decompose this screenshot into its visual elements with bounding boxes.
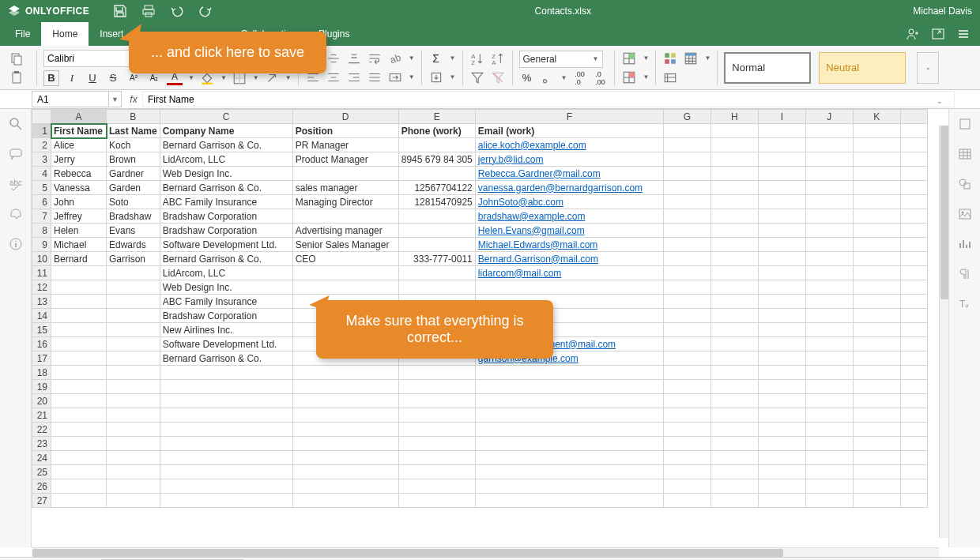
- cell[interactable]: [900, 380, 927, 394]
- chevron-down-icon[interactable]: ▼: [409, 54, 415, 62]
- cell[interactable]: [900, 451, 927, 465]
- cell[interactable]: Product Manager: [292, 152, 398, 167]
- cell[interactable]: [900, 252, 927, 266]
- cell[interactable]: Edwards: [107, 238, 160, 252]
- menu-file[interactable]: File: [4, 22, 41, 46]
- cell[interactable]: Rebecca.Gardner@mail.com: [475, 167, 663, 181]
- filter-icon[interactable]: [469, 70, 485, 85]
- formula-expand-icon[interactable]: ⌄: [933, 93, 946, 109]
- cell[interactable]: [758, 138, 805, 152]
- cell[interactable]: [758, 195, 805, 209]
- cell[interactable]: [710, 394, 758, 408]
- cell[interactable]: [398, 479, 475, 494]
- cell[interactable]: [292, 266, 398, 280]
- align-middle-icon[interactable]: [326, 51, 341, 66]
- cell[interactable]: [900, 152, 927, 167]
- cell[interactable]: [160, 408, 292, 423]
- cell[interactable]: [292, 423, 398, 437]
- cell[interactable]: [51, 309, 107, 323]
- cell[interactable]: [51, 351, 107, 366]
- cell[interactable]: [710, 167, 758, 181]
- cell-style-normal[interactable]: Normal: [724, 52, 811, 84]
- cell[interactable]: Helen: [51, 224, 107, 238]
- cell[interactable]: Email (work): [475, 124, 663, 138]
- align-justify-icon[interactable]: [367, 70, 383, 85]
- row-header[interactable]: 3: [32, 152, 51, 167]
- cell[interactable]: [758, 280, 805, 295]
- cell[interactable]: [805, 280, 853, 295]
- cell[interactable]: Evans: [107, 224, 160, 238]
- row-header[interactable]: 8: [32, 224, 51, 238]
- cell[interactable]: [663, 366, 710, 380]
- cell[interactable]: [758, 465, 805, 479]
- cell[interactable]: [107, 423, 160, 437]
- cell[interactable]: 12567704122: [398, 181, 475, 195]
- row-header[interactable]: 24: [32, 451, 51, 465]
- cell[interactable]: [710, 195, 758, 209]
- paste-icon[interactable]: [9, 70, 24, 85]
- cell[interactable]: Michael: [51, 238, 107, 252]
- print-icon[interactable]: [141, 4, 156, 18]
- accounting-icon[interactable]: ه: [540, 71, 556, 85]
- col-header[interactable]: A: [51, 110, 107, 124]
- cell[interactable]: [805, 167, 853, 181]
- cell[interactable]: [107, 465, 160, 479]
- cell[interactable]: [853, 138, 900, 152]
- row-header[interactable]: 17: [32, 351, 51, 366]
- menu-home[interactable]: Home: [41, 22, 89, 46]
- cell[interactable]: [475, 408, 663, 423]
- table-settings-icon[interactable]: [958, 147, 972, 161]
- cell[interactable]: Rebecca: [51, 167, 107, 181]
- cell[interactable]: [900, 209, 927, 224]
- redo-icon[interactable]: [198, 4, 213, 18]
- cell[interactable]: [805, 309, 853, 323]
- cell[interactable]: PR Manager: [292, 138, 398, 152]
- email-link[interactable]: Rebecca.Gardner@mail.com: [478, 168, 601, 179]
- chevron-down-icon[interactable]: ▼: [188, 74, 194, 81]
- underline-button[interactable]: U: [85, 71, 100, 85]
- cell-reference-input[interactable]: [32, 91, 109, 107]
- cell[interactable]: [900, 280, 927, 295]
- merge-cells-icon[interactable]: [387, 70, 403, 85]
- cell[interactable]: [710, 209, 758, 224]
- cell[interactable]: [805, 479, 853, 494]
- cell[interactable]: [475, 451, 663, 465]
- cell[interactable]: [710, 295, 758, 309]
- cell[interactable]: [292, 465, 398, 479]
- cell[interactable]: ABC Family Insurance: [160, 295, 292, 309]
- email-link[interactable]: Bernard.Garrison@mail.com: [478, 254, 598, 265]
- cell[interactable]: [758, 451, 805, 465]
- cell[interactable]: [398, 380, 475, 394]
- cell[interactable]: [107, 366, 160, 380]
- cell[interactable]: [663, 295, 710, 309]
- conditional-format-icon[interactable]: [662, 51, 678, 66]
- cell[interactable]: [710, 323, 758, 337]
- delete-cells-icon[interactable]: [621, 70, 637, 85]
- cell[interactable]: [853, 195, 900, 209]
- cell[interactable]: [853, 337, 900, 351]
- cell[interactable]: ABC Family Insurance: [160, 195, 292, 209]
- cell[interactable]: [853, 266, 900, 280]
- cell[interactable]: [805, 394, 853, 408]
- cell[interactable]: [51, 394, 107, 408]
- cell[interactable]: [398, 451, 475, 465]
- cell[interactable]: Helen.Evans@gmail.com: [475, 224, 663, 238]
- cell-settings-icon[interactable]: [958, 117, 972, 131]
- cell[interactable]: [900, 479, 927, 494]
- feedback-icon[interactable]: [9, 207, 23, 221]
- row-header[interactable]: 16: [32, 337, 51, 351]
- cell[interactable]: [398, 423, 475, 437]
- cell[interactable]: [663, 394, 710, 408]
- font-name-input[interactable]: [43, 50, 130, 67]
- cell[interactable]: [663, 451, 710, 465]
- cell[interactable]: Advertising manager: [292, 224, 398, 238]
- cell[interactable]: [853, 366, 900, 380]
- col-header[interactable]: G: [663, 110, 710, 124]
- cell[interactable]: [900, 295, 927, 309]
- cell[interactable]: [107, 295, 160, 309]
- cell[interactable]: [292, 408, 398, 423]
- cell[interactable]: [160, 380, 292, 394]
- cell[interactable]: [805, 295, 853, 309]
- cell[interactable]: [805, 437, 853, 451]
- col-header[interactable]: [900, 110, 927, 124]
